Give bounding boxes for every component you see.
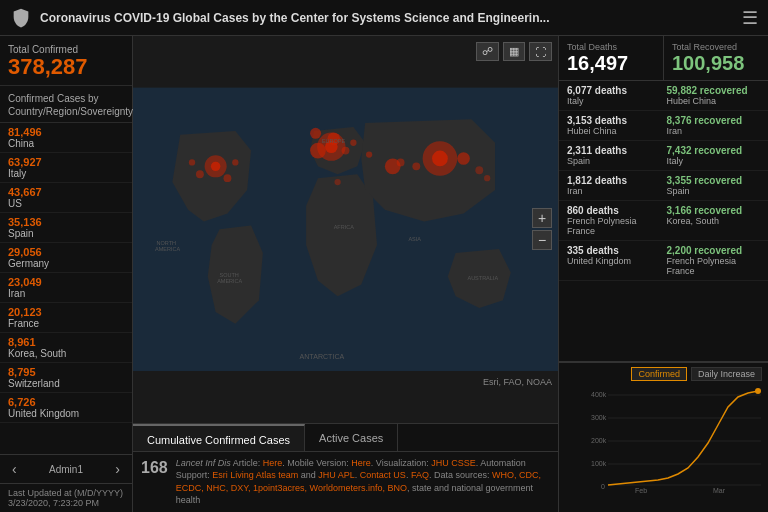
- menu-icon[interactable]: ☰: [742, 7, 758, 29]
- svg-text:Mar: Mar: [713, 487, 726, 494]
- death-right: 7,432 recovered Italy: [667, 145, 761, 166]
- country-list: 81,496China63,927Italy43,667US35,136Spai…: [0, 123, 132, 454]
- grid-tool[interactable]: ▦: [503, 42, 525, 61]
- country-item[interactable]: 6,726United Kingdom: [0, 393, 132, 423]
- bookmark-tool[interactable]: ☍: [476, 42, 499, 61]
- country-item[interactable]: 20,123France: [0, 303, 132, 333]
- death-item: 1,812 deaths Iran 3,355 recovered Spain: [559, 171, 768, 201]
- death-name: French Polynesia France: [567, 216, 661, 236]
- country-name: France: [8, 318, 124, 329]
- south-america-label2: AMERICA: [217, 278, 242, 284]
- country-name: Germany: [8, 258, 124, 269]
- country-item[interactable]: 23,049Iran: [0, 273, 132, 303]
- death-count: 860 deaths: [567, 205, 661, 216]
- total-deaths-box: Total Deaths 16,497: [559, 36, 664, 80]
- recovered-name: Iran: [667, 126, 761, 136]
- recovered-name: Italy: [667, 156, 761, 166]
- chart-area: ConfirmedDaily Increase 400k 300k 200k 1…: [559, 362, 768, 512]
- chart-tabs: ConfirmedDaily Increase: [559, 363, 768, 385]
- recovered-name: Korea, South: [667, 216, 761, 226]
- svg-point-4: [397, 158, 405, 166]
- right-panel: Total Deaths 16,497 Total Recovered 100,…: [558, 36, 768, 512]
- country-item[interactable]: 29,056Germany: [0, 243, 132, 273]
- death-left: 3,153 deaths Hubei China: [567, 115, 661, 136]
- map-attribution: Esri, FAO, NOAA: [483, 377, 552, 387]
- map-tab[interactable]: Active Cases: [305, 424, 398, 451]
- recovered-count: 8,376 recovered: [667, 115, 761, 126]
- info-bar: 168 Lancet Inf Dis Article: Here. Mobile…: [133, 451, 558, 512]
- stats-header: Total Deaths 16,497 Total Recovered 100,…: [559, 36, 768, 81]
- zoom-in-button[interactable]: +: [532, 208, 552, 228]
- death-name: Italy: [567, 96, 661, 106]
- country-count: 8,961: [8, 336, 124, 348]
- prev-arrow[interactable]: ‹: [8, 459, 21, 479]
- country-count: 20,123: [8, 306, 124, 318]
- total-recovered-box: Total Recovered 100,958: [664, 36, 768, 80]
- total-deaths-value: 16,497: [567, 52, 655, 74]
- svg-point-8: [224, 174, 232, 182]
- chart-end-dot: [755, 388, 761, 394]
- total-recovered-value: 100,958: [672, 52, 760, 74]
- info-text: Lancet Inf Dis Article: Here. Mobile Ver…: [176, 457, 550, 507]
- country-item[interactable]: 63,927Italy: [0, 153, 132, 183]
- outbreak-spain: [310, 143, 326, 159]
- death-count: 3,153 deaths: [567, 115, 661, 126]
- north-america-label: NORTH: [157, 240, 176, 246]
- outbreak-china-core: [432, 151, 448, 167]
- death-name: Spain: [567, 156, 661, 166]
- header-left: Coronavirus COVID-19 Global Cases by the…: [10, 7, 549, 29]
- chart-tab[interactable]: Confirmed: [631, 367, 687, 381]
- country-item[interactable]: 35,136Spain: [0, 213, 132, 243]
- outbreak-us-east-core: [211, 162, 220, 171]
- header: Coronavirus COVID-19 Global Cases by the…: [0, 0, 768, 36]
- last-updated-value: 3/23/2020, 7:23:20 PM: [8, 498, 124, 508]
- map-tab[interactable]: Cumulative Confirmed Cases: [133, 424, 305, 451]
- last-updated-label: Last Updated at (M/D/YYYY): [8, 488, 124, 498]
- country-item[interactable]: 8,961Korea, South: [0, 333, 132, 363]
- australia-label: AUSTRALIA: [467, 275, 498, 281]
- country-count: 81,496: [8, 126, 124, 138]
- map-toolbar: ☍ ▦ ⛶: [476, 42, 552, 61]
- death-left: 2,311 deaths Spain: [567, 145, 661, 166]
- svg-text:200k: 200k: [591, 437, 607, 444]
- death-count: 1,812 deaths: [567, 175, 661, 186]
- south-america-label: SOUTH: [220, 272, 239, 278]
- svg-text:0: 0: [601, 483, 605, 490]
- sidebar: Total Confirmed 378,287 Confirmed Cases …: [0, 36, 133, 512]
- recovered-name: Spain: [667, 186, 761, 196]
- zoom-out-button[interactable]: −: [532, 230, 552, 250]
- deaths-list: 6,077 deaths Italy 59,882 recovered Hube…: [559, 81, 768, 362]
- country-count: 29,056: [8, 246, 124, 258]
- asia-label: ASIA: [408, 236, 421, 242]
- map-container: ☍ ▦ ⛶: [133, 36, 558, 512]
- sidebar-nav: ‹ Admin1 ›: [0, 454, 132, 483]
- map-tabs: Cumulative Confirmed CasesActive Cases: [133, 423, 558, 451]
- death-item: 3,153 deaths Hubei China 8,376 recovered…: [559, 111, 768, 141]
- chart-tab[interactable]: Daily Increase: [691, 367, 762, 381]
- death-count: 335 deaths: [567, 245, 661, 256]
- country-item[interactable]: 8,795Switzerland: [0, 363, 132, 393]
- svg-point-1: [342, 147, 350, 155]
- fullscreen-tool[interactable]: ⛶: [529, 42, 552, 61]
- recovered-name: French Polynesia France: [667, 256, 761, 276]
- country-name: Italy: [8, 168, 124, 179]
- svg-point-2: [350, 140, 356, 146]
- map-svg-area[interactable]: ANTARCTICA NORTH AMERICA SOUTH AMERICA A…: [133, 36, 558, 423]
- death-right: 8,376 recovered Iran: [667, 115, 761, 136]
- recovered-name: Hubei China: [667, 96, 761, 106]
- death-right: 59,882 recovered Hubei China: [667, 85, 761, 106]
- death-count: 6,077 deaths: [567, 85, 661, 96]
- europe-label: EUROPE: [322, 138, 346, 144]
- death-right: 3,355 recovered Spain: [667, 175, 761, 196]
- death-left: 6,077 deaths Italy: [567, 85, 661, 106]
- death-right: 2,200 recovered French Polynesia France: [667, 245, 761, 276]
- recovered-count: 7,432 recovered: [667, 145, 761, 156]
- country-count: 8,795: [8, 366, 124, 378]
- country-count: 23,049: [8, 276, 124, 288]
- next-arrow[interactable]: ›: [111, 459, 124, 479]
- country-item[interactable]: 43,667US: [0, 183, 132, 213]
- total-recovered-label: Total Recovered: [672, 42, 760, 52]
- country-item[interactable]: 81,496China: [0, 123, 132, 153]
- svg-point-9: [232, 159, 238, 165]
- svg-text:100k: 100k: [591, 460, 607, 467]
